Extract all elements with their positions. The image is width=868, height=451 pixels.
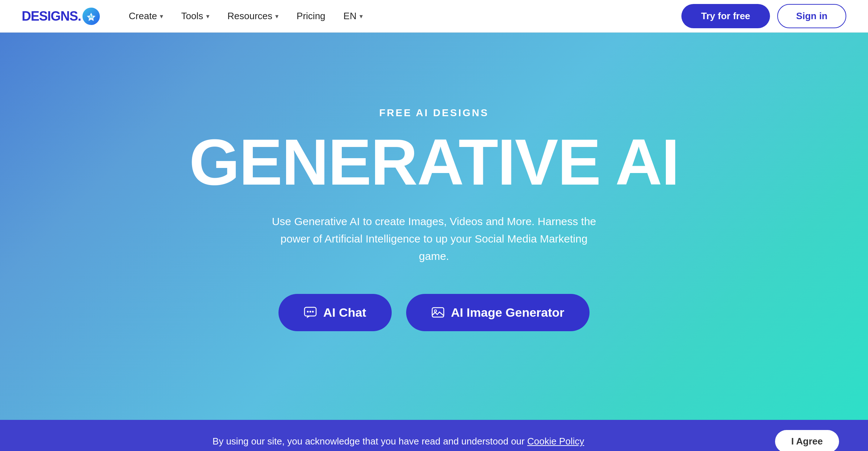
nav-pricing-label: Pricing [297,10,325,22]
nav-language[interactable]: EN ▾ [336,7,370,25]
nav-pricing[interactable]: Pricing [289,7,332,25]
cookie-policy-link[interactable]: Cookie Policy [527,436,584,447]
cookie-banner: By using our site, you acknowledge that … [0,420,868,451]
hero-description: Use Generative AI to create Images, Vide… [271,213,597,265]
nav-items: Create ▾ Tools ▾ Resources ▾ Pricing EN … [122,7,667,25]
chat-icon [304,306,317,319]
ai-image-generator-button[interactable]: AI Image Generator [406,294,590,331]
navbar: DESIGNS. AI Create ▾ Tools ▾ Resources ▾… [0,0,868,33]
cookie-text: By using our site, you acknowledge that … [29,436,768,447]
cookie-message: By using our site, you acknowledge that … [213,436,527,447]
lang-label: EN [344,10,357,22]
chevron-down-icon: ▾ [160,12,163,20]
chevron-down-icon: ▾ [359,12,363,20]
hero-title: GENERATIVE AI [189,130,679,195]
logo-text: DESIGNS. [22,9,81,24]
hero-subtitle: FREE AI DESIGNS [379,107,489,119]
nav-tools[interactable]: Tools ▾ [174,7,217,25]
logo-badge: AI [82,8,100,25]
chevron-down-icon: ▾ [206,12,209,20]
sign-in-button[interactable]: Sign in [777,4,846,28]
hero-buttons: AI Chat AI Image Generator [278,294,590,331]
svg-point-3 [309,311,311,313]
nav-create-label: Create [129,10,157,22]
ai-chat-button[interactable]: AI Chat [278,294,392,331]
ai-image-generator-label: AI Image Generator [451,305,565,320]
svg-point-4 [312,311,314,313]
nav-actions: Try for free Sign in [681,4,847,28]
svg-point-2 [307,311,309,313]
image-icon [431,306,444,319]
try-for-free-button[interactable]: Try for free [681,4,770,28]
nav-tools-label: Tools [181,10,203,22]
hero-section: FREE AI DESIGNS GENERATIVE AI Use Genera… [0,33,868,420]
svg-point-6 [434,310,437,312]
ai-logo-icon: AI [86,11,96,21]
nav-create[interactable]: Create ▾ [122,7,170,25]
ai-chat-label: AI Chat [323,305,366,320]
logo[interactable]: DESIGNS. AI [22,8,100,25]
chevron-down-icon: ▾ [275,12,278,20]
svg-rect-5 [432,308,444,317]
agree-button[interactable]: I Agree [775,430,839,451]
nav-resources[interactable]: Resources ▾ [220,7,286,25]
svg-text:AI: AI [89,15,93,19]
nav-resources-label: Resources [227,10,272,22]
